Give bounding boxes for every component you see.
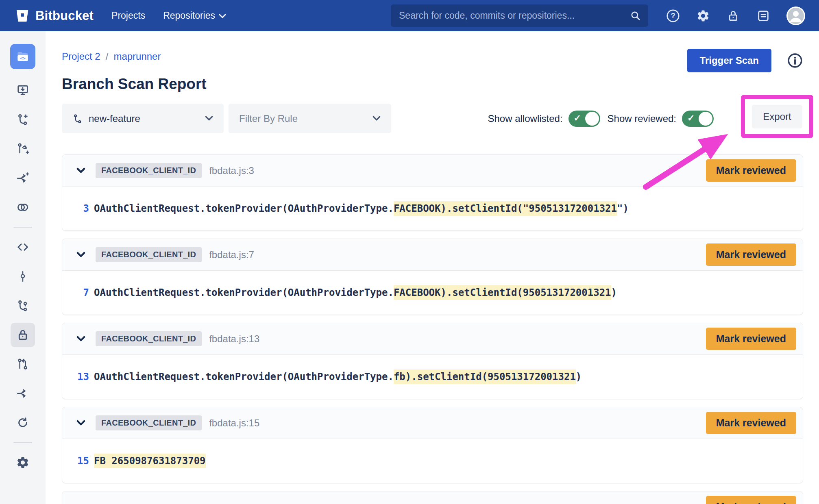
export-button[interactable]: Export [752,105,802,128]
create-branch-icon [16,113,29,126]
sidebar-item-create-branch[interactable] [8,105,37,134]
chevron-down-icon [205,116,213,121]
finding-card-header: FACEBOOK_CLIENT_ID fbdata.js:13 Mark rev… [62,323,803,355]
code-line-number: 15 [62,455,89,467]
help-icon[interactable]: ? [666,9,680,23]
code-prefix: OAuthClientRequest.tokenProvider(OAuthPr… [94,371,394,382]
trigger-scan-button[interactable]: Trigger Scan [687,49,771,72]
sidebar-item-settings[interactable] [8,448,37,477]
nav-projects[interactable]: Projects [111,10,145,21]
finding-card-body: 3 OAuthClientRequest.tokenProvider(OAuth… [62,187,803,230]
sidebar-item-sync[interactable] [8,408,37,437]
show-reviewed-toggle[interactable]: ✓ [682,111,714,127]
finding-location: fbdata.js:3 [209,165,254,176]
toggle-knob [699,112,712,126]
source-code-icon [16,241,29,254]
finding-card-body: 15 FB 2650987631873709 [62,439,803,483]
sidebar-item-security-active[interactable] [8,320,37,350]
breadcrumb-project-link[interactable]: Project 2 [62,51,100,62]
chevron-down-icon [372,116,381,121]
code-highlighted-secret: fb).setClientId(950513172001321 [394,369,576,384]
finding-card-header: FACEBOOK_CLIENT_ID fbdata.js:7 Mark revi… [62,239,803,271]
branch-select[interactable]: new-feature [62,104,224,133]
settings-icon [16,456,30,469]
check-icon: ✓ [687,113,695,124]
code-snippet: FB 2650987631873709 [94,455,206,467]
rule-badge: FACEBOOK_CLIENT_ID [96,331,202,346]
settings-icon[interactable] [696,9,710,23]
finding-card-header: FACEBOOK_CLIENT_ID fbdata.js:3 Mark revi… [62,155,803,187]
code-suffix: ") [617,203,629,214]
code-prefix: OAuthClientRequest.tokenProvider(OAuthPr… [94,203,394,214]
code-highlighted-secret: FB 2650987631873709 [94,454,206,468]
svg-text:?: ? [671,11,675,20]
sidebar-item-branches[interactable] [8,291,37,320]
breadcrumb-repo-link[interactable]: maprunner [113,51,161,62]
sidebar-item-create-pull-request[interactable] [8,134,37,163]
sidebar-divider [13,227,32,228]
sidebar-item-compare[interactable] [8,193,37,222]
feedback-icon[interactable] [756,9,770,23]
finding-card-body: 7 OAuthClientRequest.tokenProvider(OAuth… [62,271,803,315]
breadcrumb-separator: / [106,51,109,62]
finding-location: fbdata.js:15 [209,417,259,429]
export-annotation-box: Export [741,95,813,138]
sidebar-item-source[interactable] [8,232,37,262]
avatar[interactable] [786,7,805,25]
branch-scan-report-page: Bitbucket Projects Repositories ? [0,0,819,504]
nav-repositories[interactable]: Repositories [163,10,226,21]
toggle-group: Show allowlisted: ✓ Show reviewed: ✓ [488,111,715,127]
info-icon[interactable] [787,52,803,69]
svg-text:<>: <> [20,56,26,61]
code-line-number: 7 [62,287,89,298]
bitbucket-mark-icon [15,9,30,23]
branches-icon [16,299,29,312]
repository-icon: <> [15,49,30,64]
sidebar-item-forks[interactable] [8,379,37,408]
topnav-icon-group: ? [666,0,805,31]
finding-location: fbdata.js:13 [209,333,259,345]
finding-card: FACEBOOK_CLIENT_ID fbdata.js:3 Mark revi… [62,154,803,231]
rule-badge: FACEBOOK_CLIENT_ID [96,163,202,178]
chevron-down-icon[interactable] [76,252,87,258]
finding-card-header: FACEBOOK_CLIENT_ID fbdata.js:15 Mark rev… [62,407,803,439]
compare-icon [16,200,30,214]
search-icon [630,11,641,21]
sidebar-item-pull-requests[interactable] [8,350,37,379]
branch-icon [72,113,83,124]
breadcrumb: Project 2 / maprunner [62,51,161,62]
rule-filter-value: Filter By Rule [239,113,298,124]
code-snippet: OAuthClientRequest.tokenProvider(OAuthPr… [94,371,582,382]
chevron-down-icon[interactable] [76,420,87,426]
code-line-number: 3 [62,203,89,214]
show-reviewed-label: Show reviewed: [608,113,676,124]
search-input[interactable] [399,10,630,21]
mark-reviewed-button[interactable]: Mark reviewed [706,496,796,504]
sidebar-item-commits[interactable] [8,262,37,291]
chevron-down-icon[interactable] [76,336,87,342]
mark-reviewed-button[interactable]: Mark reviewed [706,159,796,182]
rule-filter-select[interactable]: Filter By Rule [229,104,391,133]
top-navigation: Bitbucket Projects Repositories ? [0,0,819,31]
chevron-down-icon[interactable] [76,167,87,174]
rule-badge: FACEBOOK_CLIENT_ID [96,415,202,430]
lock-icon[interactable] [726,9,740,23]
rule-badge: FACEBOOK_CLIENT_ID [96,247,202,262]
code-suffix: ) [611,287,617,298]
bitbucket-logo[interactable]: Bitbucket [15,9,94,23]
show-allowlisted-toggle[interactable]: ✓ [569,111,600,127]
fork-plus-icon [16,172,29,185]
sidebar-item-fork-plus[interactable] [8,163,37,193]
mark-reviewed-button[interactable]: Mark reviewed [706,328,796,350]
sidebar-item-repository-active[interactable]: <> [10,44,35,69]
mark-reviewed-button[interactable]: Mark reviewed [706,412,796,434]
create-pull-request-icon [16,142,29,155]
global-search[interactable] [391,4,648,27]
mark-reviewed-button[interactable]: Mark reviewed [706,243,796,266]
finding-card: FACEBOOK_CLIENT_ID fbdata.js:15 Mark rev… [62,407,803,483]
finding-card: Mark reviewed [62,491,803,504]
chevron-down-icon [219,14,226,19]
code-prefix: OAuthClientRequest.tokenProvider(OAuthPr… [94,287,394,298]
sidebar-divider [13,442,32,443]
sidebar-item-clone[interactable] [8,76,37,105]
